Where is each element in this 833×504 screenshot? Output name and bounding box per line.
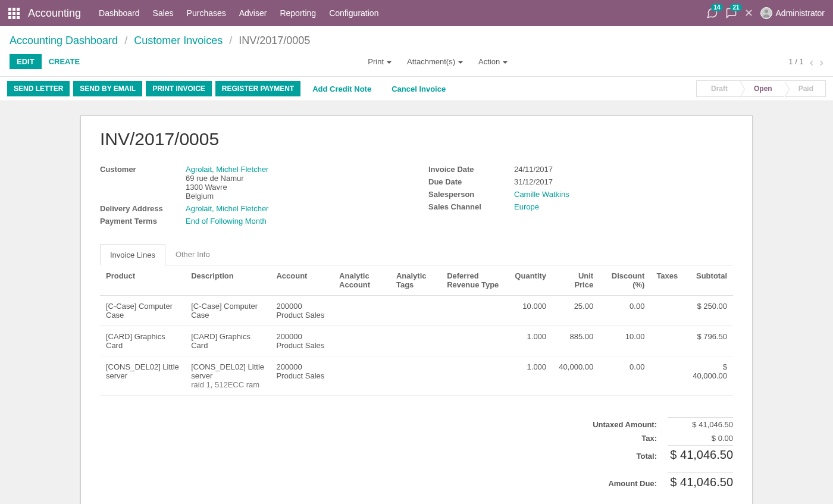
add-credit-note-button[interactable]: Add Credit Note: [304, 81, 380, 97]
table-row[interactable]: [CARD] Graphics Card[CARD] Graphics Card…: [100, 326, 733, 356]
close-icon[interactable]: ✕: [744, 7, 753, 20]
pager-next-icon[interactable]: ›: [819, 56, 823, 68]
send-letter-button[interactable]: Send Letter: [7, 81, 70, 96]
cell-price: 40,000.00: [552, 356, 599, 396]
user-menu[interactable]: Administrator: [760, 7, 825, 19]
action-dropdown[interactable]: Action: [478, 57, 508, 66]
tab-other-info[interactable]: Other Info: [165, 243, 220, 265]
nav-purchases[interactable]: Purchases: [187, 8, 226, 18]
delivery-link[interactable]: Agrolait, Michel Fletcher: [186, 204, 268, 213]
cell-qty: 1.000: [509, 356, 552, 396]
status-paid[interactable]: Paid: [784, 80, 826, 97]
value-invdate: 24/11/2017: [514, 165, 553, 174]
value-amount-due: $ 41,046.50: [668, 475, 733, 489]
th-unit-price: Unit Price: [552, 265, 599, 296]
messages-badge: 14: [711, 4, 722, 11]
svg-point-0: [765, 10, 768, 13]
nav-dashboard[interactable]: Dashboard: [99, 8, 140, 18]
invoice-lines-table: Product Description Account Analytic Acc…: [100, 265, 733, 396]
th-analytic-account: Analytic Account: [333, 265, 390, 296]
avatar-icon: [760, 7, 772, 19]
cell-description-sub: raid 1, 512ECC ram: [191, 380, 259, 389]
breadcrumb-current: INV/2017/0005: [239, 35, 310, 46]
label-duedate: Due Date: [428, 177, 514, 186]
customer-addr1: 69 rue de Namur: [186, 174, 244, 183]
value-total: $ 41,046.50: [668, 448, 733, 462]
customer-link[interactable]: Agrolait, Michel Fletcher: [186, 165, 268, 174]
cell-account: 200000 Product Sales: [270, 326, 333, 356]
cell-qty: 10.000: [509, 296, 552, 326]
send-email-button[interactable]: Send by Email: [73, 81, 142, 96]
top-menu: Dashboard Sales Purchases Adviser Report…: [99, 8, 378, 18]
label-channel: Sales Channel: [428, 202, 514, 211]
cell-discount: 0.00: [599, 356, 650, 396]
attachments-dropdown[interactable]: Attachment(s): [407, 57, 463, 66]
table-row[interactable]: [CONS_DEL02] Little server[CONS_DEL02] L…: [100, 356, 733, 396]
breadcrumb-invoices[interactable]: Customer Invoices: [134, 35, 223, 46]
register-payment-button[interactable]: Register Payment: [215, 81, 300, 96]
cell-description: [CONS_DEL02] Little server: [191, 362, 264, 380]
label-invdate: Invoice Date: [428, 165, 514, 174]
print-invoice-button[interactable]: Print Invoice: [146, 81, 212, 96]
status-bar: Draft Open Paid: [696, 80, 826, 97]
create-button[interactable]: Create: [42, 54, 87, 69]
pager-text: 1 / 1: [788, 57, 803, 66]
customer-addr2: 1300 Wavre: [186, 183, 227, 192]
th-discount: Discount (%): [599, 265, 650, 296]
action-bar: Send Letter Send by Email Print Invoice …: [0, 77, 833, 101]
cell-account: 200000 Product Sales: [270, 356, 333, 396]
table-row[interactable]: [C-Case] Computer Case[C-Case] Computer …: [100, 296, 733, 326]
cancel-invoice-button[interactable]: Cancel Invoice: [383, 81, 454, 97]
messages-icon[interactable]: 14: [706, 7, 718, 19]
breadcrumb-dashboard[interactable]: Accounting Dashboard: [10, 35, 118, 46]
label-untaxed: Untaxed Amount:: [578, 420, 668, 429]
cell-discount: 10.00: [599, 326, 650, 356]
tab-invoice-lines[interactable]: Invoice Lines: [100, 244, 165, 265]
cell-subtotal: $ 796.50: [684, 326, 733, 356]
activities-icon[interactable]: 21: [725, 7, 737, 19]
value-tax: $ 0.00: [668, 434, 733, 443]
nav-sales[interactable]: Sales: [153, 8, 174, 18]
cell-price: 885.00: [552, 326, 599, 356]
label-amount-due: Amount Due:: [578, 479, 668, 488]
cell-qty: 1.000: [509, 326, 552, 356]
th-deferred: Deferred Revenue Type: [441, 265, 509, 296]
terms-link[interactable]: End of Following Month: [186, 217, 267, 226]
pager-prev-icon[interactable]: ‹: [810, 56, 814, 68]
apps-icon[interactable]: [8, 8, 20, 19]
th-analytic-tags: Analytic Tags: [390, 265, 441, 296]
record-toolbar: Edit Create Print Attachment(s) Action 1…: [0, 47, 833, 77]
th-product: Product: [100, 265, 185, 296]
th-account: Account: [270, 265, 333, 296]
cell-discount: 0.00: [599, 296, 650, 326]
channel-link[interactable]: Europe: [514, 202, 539, 211]
th-quantity: Quantity: [509, 265, 552, 296]
th-subtotal: Subtotal: [684, 265, 733, 296]
edit-button[interactable]: Edit: [10, 54, 42, 69]
form-tabs: Invoice Lines Other Info: [100, 243, 733, 265]
label-salesperson: Salesperson: [428, 190, 514, 199]
nav-reporting[interactable]: Reporting: [280, 8, 316, 18]
cell-account: 200000 Product Sales: [270, 296, 333, 326]
salesperson-link[interactable]: Camille Watkins: [514, 190, 569, 199]
cell-subtotal: $ 250.00: [684, 296, 733, 326]
nav-configuration[interactable]: Configuration: [329, 8, 378, 18]
breadcrumb: Accounting Dashboard / Customer Invoices…: [10, 35, 823, 47]
status-open[interactable]: Open: [740, 80, 784, 97]
top-navbar: Accounting Dashboard Sales Purchases Adv…: [0, 0, 833, 26]
value-untaxed: $ 41,046.50: [668, 420, 733, 429]
cell-product: [CONS_DEL02] Little server: [100, 356, 185, 396]
value-duedate: 31/12/2017: [514, 177, 553, 186]
nav-adviser[interactable]: Adviser: [239, 8, 267, 18]
cell-product: [C-Case] Computer Case: [100, 296, 185, 326]
cell-description: [C-Case] Computer Case: [191, 302, 258, 320]
status-draft[interactable]: Draft: [696, 80, 740, 97]
print-dropdown[interactable]: Print: [368, 57, 392, 66]
label-customer: Customer: [100, 165, 186, 201]
cell-description: [CARD] Graphics Card: [191, 332, 250, 350]
label-delivery: Delivery Address: [100, 204, 186, 213]
user-name: Administrator: [776, 8, 825, 18]
th-taxes: Taxes: [650, 265, 684, 296]
cell-price: 25.00: [552, 296, 599, 326]
cell-product: [CARD] Graphics Card: [100, 326, 185, 356]
